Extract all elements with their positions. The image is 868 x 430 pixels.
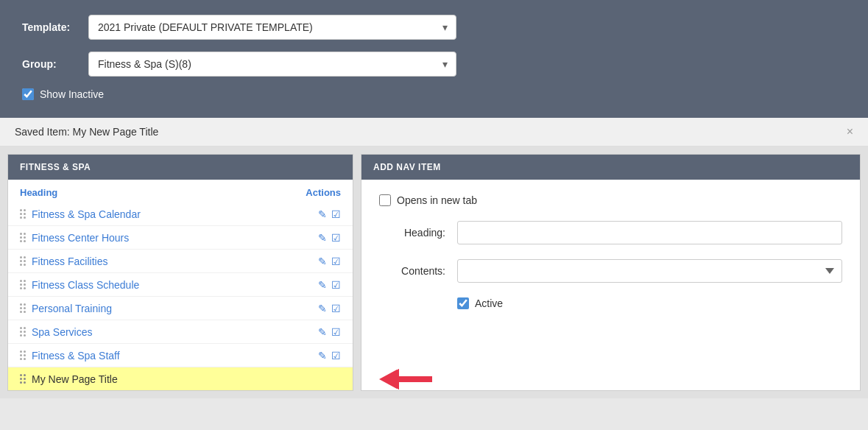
saved-text: Saved Item: My New Page Title [15, 126, 158, 138]
nav-list-header: Heading Actions [8, 180, 353, 202]
nav-item: Fitness Center Hours ✎ ☑ [8, 226, 353, 250]
heading-input[interactable] [457, 221, 842, 244]
drag-handle[interactable] [20, 255, 26, 267]
add-nav-panel: ADD NAV ITEM Opens in new tab Heading: C… [361, 154, 861, 391]
nav-item-actions: ✎ ☑ [318, 326, 341, 338]
show-inactive-label: Show Inactive [40, 88, 104, 100]
active-row: Active [379, 297, 842, 309]
red-arrow-icon [359, 366, 432, 392]
drag-handle[interactable] [20, 373, 26, 385]
check-icon[interactable]: ☑ [331, 326, 341, 338]
nav-item-link[interactable]: Spa Services [32, 326, 312, 338]
edit-icon[interactable]: ✎ [318, 279, 327, 291]
contents-row: Contents: [379, 259, 842, 283]
nav-item: Fitness Facilities ✎ ☑ [8, 250, 353, 273]
edit-icon[interactable]: ✎ [318, 326, 327, 338]
drag-handle[interactable] [20, 349, 26, 362]
nav-item-link[interactable]: Fitness Facilities [32, 255, 312, 267]
show-inactive-checkbox[interactable] [22, 88, 34, 100]
opens-in-new-tab-row: Opens in new tab [379, 194, 842, 206]
nav-item: Spa Services ✎ ☑ [8, 320, 353, 344]
check-icon[interactable]: ☑ [331, 350, 341, 362]
nav-item: Fitness & Spa Calendar ✎ ☑ [8, 202, 353, 226]
edit-icon[interactable]: ✎ [318, 303, 327, 314]
nav-item: Personal Training ✎ ☑ [8, 297, 353, 320]
check-icon[interactable]: ☑ [331, 303, 341, 314]
template-label: Template: [22, 21, 88, 33]
opens-in-new-tab-label: Opens in new tab [397, 194, 477, 206]
drag-handle[interactable] [20, 302, 26, 314]
nav-item-actions: ✎ ☑ [318, 232, 341, 244]
heading-col-label: Heading [20, 187, 57, 198]
check-icon[interactable]: ☑ [331, 232, 341, 244]
template-select[interactable]: 2021 Private (DEFAULT PRIVATE TEMPLATE) [88, 15, 456, 40]
active-label: Active [475, 297, 503, 309]
nav-item-link[interactable]: Fitness & Spa Calendar [32, 208, 312, 220]
add-nav-panel-header: ADD NAV ITEM [361, 155, 860, 180]
drag-handle[interactable] [20, 278, 26, 291]
template-row: Template: 2021 Private (DEFAULT PRIVATE … [22, 15, 846, 40]
close-banner-button[interactable]: × [847, 125, 853, 138]
drag-handle[interactable] [20, 231, 26, 244]
edit-icon[interactable]: ✎ [318, 208, 327, 220]
active-checkbox-group: Active [457, 297, 503, 309]
arrow-annotation [359, 366, 432, 392]
nav-item-actions: ✎ ☑ [318, 279, 341, 291]
check-icon[interactable]: ☑ [331, 255, 341, 267]
main-content: FITNESS & SPA Heading Actions Fitness & … [0, 147, 868, 398]
edit-icon[interactable]: ✎ [318, 232, 327, 244]
contents-select[interactable] [457, 259, 842, 283]
nav-panel: FITNESS & SPA Heading Actions Fitness & … [7, 154, 353, 391]
new-item-label: My New Page Title [32, 373, 341, 385]
nav-item-actions: ✎ ☑ [318, 255, 341, 267]
heading-form-label: Heading: [379, 227, 445, 239]
svg-marker-2 [379, 370, 431, 389]
nav-item-actions: ✎ ☑ [318, 208, 341, 220]
group-select[interactable]: Fitness & Spa (S)(8) [88, 52, 456, 77]
saved-banner: Saved Item: My New Page Title × [0, 118, 868, 147]
drag-handle[interactable] [20, 208, 26, 220]
nav-panel-header: FITNESS & SPA [8, 155, 353, 180]
opens-in-new-tab-checkbox[interactable] [379, 194, 391, 206]
new-nav-item: My New Page Title [8, 367, 353, 390]
nav-item-actions: ✎ ☑ [318, 303, 341, 314]
contents-form-label: Contents: [379, 265, 445, 277]
group-select-wrapper[interactable]: Fitness & Spa (S)(8) [88, 52, 456, 77]
template-select-wrapper[interactable]: 2021 Private (DEFAULT PRIVATE TEMPLATE) [88, 15, 456, 40]
actions-col-label: Actions [306, 187, 341, 198]
check-icon[interactable]: ☑ [331, 279, 341, 291]
drag-handle[interactable] [20, 325, 26, 338]
nav-item-actions: ✎ ☑ [318, 350, 341, 362]
nav-item-link[interactable]: Fitness & Spa Staff [32, 350, 312, 362]
heading-row: Heading: [379, 221, 842, 244]
check-icon[interactable]: ☑ [331, 208, 341, 220]
group-row: Group: Fitness & Spa (S)(8) [22, 52, 846, 77]
edit-icon[interactable]: ✎ [318, 350, 327, 362]
form-body: Opens in new tab Heading: Contents: Acti… [361, 180, 860, 339]
nav-item: Fitness & Spa Staff ✎ ☑ [8, 344, 353, 367]
config-panel: Template: 2021 Private (DEFAULT PRIVATE … [0, 0, 868, 118]
nav-item-link[interactable]: Fitness Class Schedule [32, 279, 312, 291]
new-item-container: My New Page Title [8, 367, 353, 390]
edit-icon[interactable]: ✎ [318, 255, 327, 267]
show-inactive-row: Show Inactive [22, 88, 846, 100]
nav-item-link[interactable]: Personal Training [32, 303, 312, 314]
active-checkbox[interactable] [457, 297, 469, 309]
group-label: Group: [22, 58, 88, 70]
nav-item-link[interactable]: Fitness Center Hours [32, 232, 312, 244]
nav-item: Fitness Class Schedule ✎ ☑ [8, 273, 353, 297]
